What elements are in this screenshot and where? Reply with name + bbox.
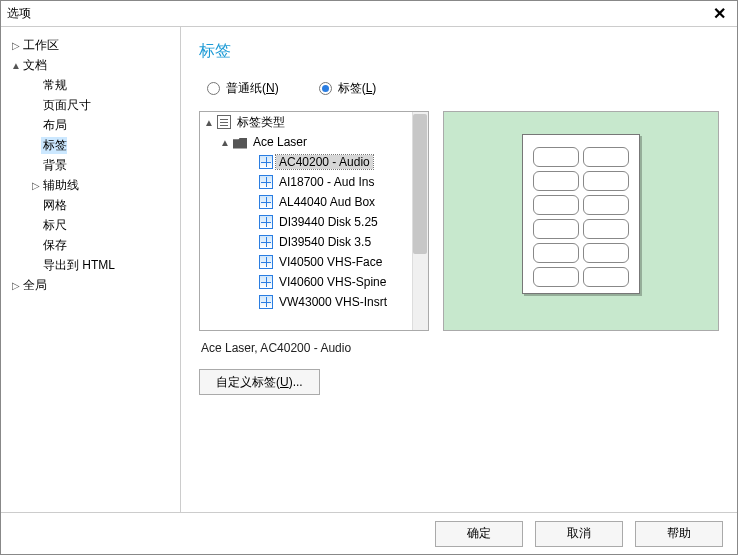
label-cell bbox=[583, 243, 629, 263]
folder-icon bbox=[233, 138, 247, 149]
nav-item-label: 保存 bbox=[41, 237, 67, 254]
nav-item-label: 标尺 bbox=[41, 217, 67, 234]
radio-plain-paper[interactable]: 普通纸(N) bbox=[207, 80, 279, 97]
dialog-body: ▷工作区▲文档常规页面尺寸布局标签背景▷辅助线网格标尺保存导出到 HTML▷全局… bbox=[1, 27, 737, 512]
nav-item-label: 标签 bbox=[41, 137, 67, 154]
radio-label: 普通纸(N) bbox=[226, 80, 279, 97]
tree-item-label: VW43000 VHS-Insrt bbox=[276, 295, 390, 309]
expand-icon: ▷ bbox=[11, 40, 21, 51]
tree-item-label: DI39540 Disk 3.5 bbox=[276, 235, 374, 249]
paper-type-radios: 普通纸(N) 标签(L) bbox=[199, 76, 719, 111]
scrollbar-thumb[interactable] bbox=[413, 114, 427, 254]
doc-icon bbox=[259, 175, 273, 189]
doc-icon bbox=[259, 275, 273, 289]
nav-tree[interactable]: ▷工作区▲文档常规页面尺寸布局标签背景▷辅助线网格标尺保存导出到 HTML▷全局 bbox=[1, 27, 181, 512]
tree-item[interactable]: VI40500 VHS-Face bbox=[200, 252, 428, 272]
label-cell bbox=[533, 267, 579, 287]
label-type-tree[interactable]: ▲标签类型▲Ace LaserAC40200 - AudioAI18700 - … bbox=[199, 111, 429, 331]
label-cell bbox=[583, 147, 629, 167]
nav-item[interactable]: ▲文档 bbox=[1, 55, 180, 75]
doc-icon bbox=[259, 255, 273, 269]
nav-item[interactable]: 网格 bbox=[1, 195, 180, 215]
tree-item[interactable]: AI18700 - Aud Ins bbox=[200, 172, 428, 192]
expand-icon: ▷ bbox=[31, 180, 41, 191]
doc-icon bbox=[259, 195, 273, 209]
cancel-button[interactable]: 取消 bbox=[535, 521, 623, 547]
scrollbar[interactable] bbox=[412, 112, 428, 330]
radio-icon bbox=[207, 82, 220, 95]
tree-item-label: AI18700 - Aud Ins bbox=[276, 175, 377, 189]
label-cell bbox=[583, 195, 629, 215]
label-cell bbox=[583, 171, 629, 191]
tree-item-label: DI39440 Disk 5.25 bbox=[276, 215, 381, 229]
label-content-row: ▲标签类型▲Ace LaserAC40200 - AudioAI18700 - … bbox=[199, 111, 719, 331]
tree-item-label: VI40500 VHS-Face bbox=[276, 255, 385, 269]
tree-item[interactable]: AL44040 Aud Box bbox=[200, 192, 428, 212]
tree-item[interactable]: ▲Ace Laser bbox=[200, 132, 428, 152]
selection-status: Ace Laser, AC40200 - Audio bbox=[199, 331, 719, 359]
main-panel: 标签 普通纸(N) 标签(L) ▲标签类型▲Ace LaserAC40200 -… bbox=[181, 27, 737, 512]
nav-item-label: 页面尺寸 bbox=[41, 97, 91, 114]
nav-item[interactable]: ▷辅助线 bbox=[1, 175, 180, 195]
panel-heading: 标签 bbox=[199, 37, 719, 76]
radio-icon bbox=[319, 82, 332, 95]
expand-icon: ▷ bbox=[11, 280, 21, 291]
nav-item-label: 网格 bbox=[41, 197, 67, 214]
nav-item[interactable]: ▷工作区 bbox=[1, 35, 180, 55]
dialog-footer: 确定 取消 帮助 bbox=[1, 512, 737, 554]
customize-row: 自定义标签(U)... bbox=[199, 359, 719, 405]
tree-item[interactable]: ▲标签类型 bbox=[200, 112, 428, 132]
nav-item[interactable]: 导出到 HTML bbox=[1, 255, 180, 275]
nav-item-label: 常规 bbox=[41, 77, 67, 94]
tree-item[interactable]: DI39540 Disk 3.5 bbox=[200, 232, 428, 252]
tree-item[interactable]: VI40600 VHS-Spine bbox=[200, 272, 428, 292]
expand-icon: ▲ bbox=[204, 117, 214, 128]
nav-item[interactable]: 布局 bbox=[1, 115, 180, 135]
nav-item-label: 背景 bbox=[41, 157, 67, 174]
help-button[interactable]: 帮助 bbox=[635, 521, 723, 547]
nav-item[interactable]: ▷全局 bbox=[1, 275, 180, 295]
tree-item[interactable]: DI39440 Disk 5.25 bbox=[200, 212, 428, 232]
close-icon[interactable]: ✕ bbox=[707, 4, 731, 24]
tree-item-label: AL44040 Aud Box bbox=[276, 195, 378, 209]
nav-item[interactable]: 标尺 bbox=[1, 215, 180, 235]
tree-item-label: AC40200 - Audio bbox=[276, 155, 373, 169]
ok-button[interactable]: 确定 bbox=[435, 521, 523, 547]
tree-item[interactable]: VW43000 VHS-Insrt bbox=[200, 292, 428, 312]
root-icon bbox=[217, 115, 231, 129]
nav-item-label: 布局 bbox=[41, 117, 67, 134]
nav-item-label: 导出到 HTML bbox=[41, 257, 115, 274]
tree-item[interactable]: AC40200 - Audio bbox=[200, 152, 428, 172]
nav-item[interactable]: 标签 bbox=[1, 135, 180, 155]
nav-item-label: 辅助线 bbox=[41, 177, 79, 194]
customize-labels-button[interactable]: 自定义标签(U)... bbox=[199, 369, 320, 395]
button-label: 自定义标签(U)... bbox=[216, 375, 303, 389]
tree-item-label: Ace Laser bbox=[250, 135, 310, 149]
label-cell bbox=[533, 219, 579, 239]
nav-item-label: 工作区 bbox=[21, 37, 59, 54]
titlebar: 选项 ✕ bbox=[1, 1, 737, 27]
doc-icon bbox=[259, 155, 273, 169]
doc-icon bbox=[259, 235, 273, 249]
nav-item[interactable]: 常规 bbox=[1, 75, 180, 95]
label-cell bbox=[533, 195, 579, 215]
label-cell bbox=[533, 171, 579, 191]
doc-icon bbox=[259, 295, 273, 309]
label-cell bbox=[533, 147, 579, 167]
radio-labels[interactable]: 标签(L) bbox=[319, 80, 377, 97]
label-cell bbox=[583, 219, 629, 239]
doc-icon bbox=[259, 215, 273, 229]
label-sheet bbox=[522, 134, 640, 294]
nav-item-label: 全局 bbox=[21, 277, 47, 294]
nav-item[interactable]: 背景 bbox=[1, 155, 180, 175]
nav-item-label: 文档 bbox=[21, 57, 47, 74]
label-cell bbox=[583, 267, 629, 287]
nav-item[interactable]: 保存 bbox=[1, 235, 180, 255]
label-cell bbox=[533, 243, 579, 263]
tree-item-label: VI40600 VHS-Spine bbox=[276, 275, 389, 289]
radio-label: 标签(L) bbox=[338, 80, 377, 97]
dialog-title: 选项 bbox=[7, 5, 707, 22]
nav-item[interactable]: 页面尺寸 bbox=[1, 95, 180, 115]
options-dialog: 选项 ✕ ▷工作区▲文档常规页面尺寸布局标签背景▷辅助线网格标尺保存导出到 HT… bbox=[0, 0, 738, 555]
label-preview bbox=[443, 111, 719, 331]
